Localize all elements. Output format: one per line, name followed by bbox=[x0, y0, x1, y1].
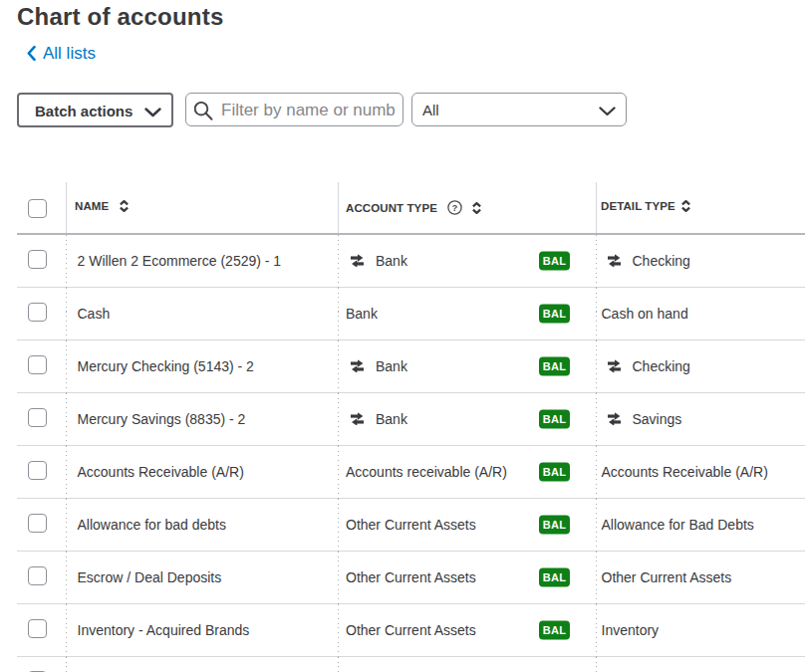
svg-text:?: ? bbox=[452, 202, 458, 213]
